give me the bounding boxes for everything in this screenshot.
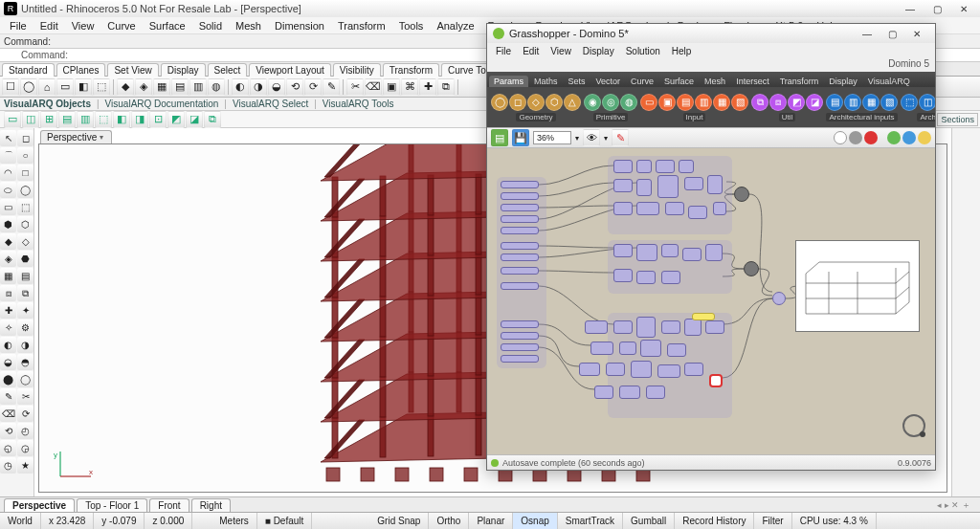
visualarq-tab[interactable]: VisualARQ Tools xyxy=(323,99,394,109)
left-tool-button[interactable]: ⚙ xyxy=(17,320,33,336)
menu-curve[interactable]: Curve xyxy=(101,19,141,33)
toolbar-button[interactable]: ⬚ xyxy=(93,78,110,96)
gh-menu-view[interactable]: View xyxy=(546,46,576,56)
gh-minimize-button[interactable]: — xyxy=(855,27,880,40)
toolbar-button[interactable]: ▥ xyxy=(189,78,207,96)
gh-ribbon-button[interactable]: ▦ xyxy=(862,94,880,111)
gh-component[interactable] xyxy=(501,227,539,234)
gh-component[interactable] xyxy=(501,320,539,328)
gh-component[interactable] xyxy=(613,160,633,173)
status-ortho[interactable]: Ortho xyxy=(429,513,469,529)
gh-component[interactable] xyxy=(619,386,640,399)
gh-menu-edit[interactable]: Edit xyxy=(518,46,544,56)
toolbar-button[interactable]: ◈ xyxy=(135,78,152,96)
toolbar-button[interactable]: ◧ xyxy=(75,78,92,96)
rhino-close-button[interactable]: ✕ xyxy=(951,2,976,15)
gh-component[interactable] xyxy=(501,181,539,188)
gh-ribbon-button[interactable]: ▧ xyxy=(731,94,748,111)
gh-menu-display[interactable]: Display xyxy=(578,46,619,56)
gh-component[interactable] xyxy=(636,160,652,173)
gh-component[interactable] xyxy=(661,271,680,284)
status-gumball[interactable]: Gumball xyxy=(623,513,675,529)
status-world[interactable]: World xyxy=(0,513,41,529)
gh-component[interactable] xyxy=(613,244,633,257)
toolbar-button[interactable]: ⌂ xyxy=(38,78,56,96)
status-record-history[interactable]: Record History xyxy=(675,513,754,529)
gh-ribbon-button[interactable]: ⬡ xyxy=(546,94,563,111)
rhino-maximize-button[interactable]: ▢ xyxy=(924,2,949,15)
gh-tab-vector[interactable]: Vector xyxy=(591,76,626,87)
toolbar-button[interactable]: ▣ xyxy=(383,78,400,96)
status-smarttrack[interactable]: SmartTrack xyxy=(558,513,623,529)
left-tool-button[interactable]: ↖ xyxy=(0,130,16,146)
gh-component[interactable] xyxy=(585,320,608,334)
viewport-tab-top---floor-1[interactable]: Top - Floor 1 xyxy=(77,498,147,512)
toolbar-button[interactable]: ▭ xyxy=(56,78,74,96)
gh-preview-selected-button[interactable] xyxy=(902,131,916,144)
gh-component[interactable] xyxy=(684,177,703,190)
left-tool-button[interactable]: ⬭ xyxy=(0,182,16,198)
left-tool-button[interactable]: ⬚ xyxy=(17,199,33,215)
gh-ribbon-button[interactable]: ⧈ xyxy=(769,94,787,111)
left-tool-button[interactable]: ◷ xyxy=(0,457,16,474)
menu-analyze[interactable]: Analyze xyxy=(431,19,479,33)
gh-error-node[interactable] xyxy=(709,374,723,387)
status-osnap[interactable]: Osnap xyxy=(513,513,557,529)
visualarq-tab[interactable]: VisualARQ Select xyxy=(233,99,308,109)
gh-tab-curve[interactable]: Curve xyxy=(626,76,658,87)
gh-ribbon-button[interactable]: ▥ xyxy=(844,94,861,111)
gh-component[interactable] xyxy=(713,202,726,215)
toolbar-button[interactable]: ⧉ xyxy=(437,78,455,96)
gh-component[interactable] xyxy=(684,319,702,336)
status-cpu[interactable]: CPU use: 4.3 % xyxy=(792,513,877,529)
gh-component[interactable] xyxy=(613,320,633,334)
gh-component[interactable] xyxy=(661,244,679,257)
gh-component[interactable] xyxy=(665,202,684,215)
visualarq-tab[interactable]: VisualARQ Documentation xyxy=(105,99,219,109)
toolbar-button[interactable]: ✂ xyxy=(346,78,364,96)
gh-ribbon-button[interactable]: ⬚ xyxy=(901,94,918,111)
tool-tab-viewport-layout[interactable]: Viewport Layout xyxy=(249,63,331,77)
gh-component[interactable] xyxy=(636,317,656,338)
gh-tab-display[interactable]: Display xyxy=(824,76,862,87)
gh-menu-solution[interactable]: Solution xyxy=(621,46,665,56)
left-tool-button[interactable]: ▭ xyxy=(0,199,16,215)
gh-canvas[interactable] xyxy=(487,148,935,454)
gh-component[interactable] xyxy=(667,343,686,357)
gh-component[interactable] xyxy=(636,244,657,261)
left-tool-button[interactable]: ◆ xyxy=(0,233,16,250)
gh-component[interactable] xyxy=(679,160,694,173)
menu-surface[interactable]: Surface xyxy=(144,19,191,33)
left-tool-button[interactable]: ⌫ xyxy=(0,406,16,422)
gh-display-render-button[interactable] xyxy=(864,131,878,144)
left-tool-button[interactable]: ⌒ xyxy=(0,147,16,164)
gh-tab-transform[interactable]: Transform xyxy=(775,76,824,87)
status-planar[interactable]: Planar xyxy=(469,513,513,529)
rhino-titlebar[interactable]: R Untitled - Rhinoceros 5.0 Not For Resa… xyxy=(0,0,980,17)
left-tool-button[interactable]: ◈ xyxy=(0,251,16,267)
visualarq-tab[interactable]: VisualARQ Objects xyxy=(4,99,91,109)
gh-ribbon-button[interactable]: ▤ xyxy=(826,94,843,111)
left-tool-button[interactable]: ⟳ xyxy=(17,406,33,422)
visualarq-button[interactable]: ⬚ xyxy=(95,111,112,128)
status-layer[interactable]: ■ Default xyxy=(257,513,313,529)
gh-tab-surface[interactable]: Surface xyxy=(659,76,699,87)
left-tool-button[interactable]: ⧈ xyxy=(0,285,16,301)
visualarq-button[interactable]: ◧ xyxy=(113,111,130,128)
gh-ribbon-button[interactable]: ▤ xyxy=(677,94,694,111)
gh-compass-icon[interactable] xyxy=(902,414,925,437)
tool-tab-standard[interactable]: Standard xyxy=(2,63,55,77)
viewport-title-tab[interactable]: Perspective ▾ xyxy=(40,130,112,143)
menu-file[interactable]: File xyxy=(4,19,33,33)
menu-edit[interactable]: Edit xyxy=(34,19,64,33)
gh-component[interactable] xyxy=(579,363,600,376)
left-tool-button[interactable]: ◯ xyxy=(17,371,33,387)
left-tool-button[interactable]: ◇ xyxy=(17,233,33,250)
gh-ribbon-button[interactable]: ▥ xyxy=(695,94,712,111)
gh-component[interactable] xyxy=(656,160,675,173)
status-x[interactable]: x 23.428 xyxy=(41,513,94,529)
left-tool-button[interactable]: ◻ xyxy=(17,130,33,146)
gh-component[interactable] xyxy=(705,244,723,261)
gh-component[interactable] xyxy=(501,355,539,363)
gh-component[interactable] xyxy=(613,179,633,192)
